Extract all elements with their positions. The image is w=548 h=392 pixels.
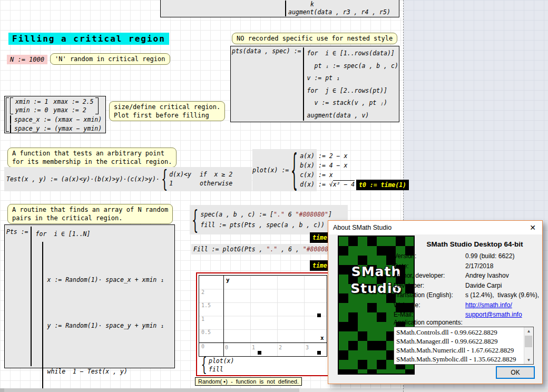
plot-expression: fill	[209, 365, 234, 374]
component-item[interactable]: SMath.Manager.dll - 0.99.6622.8829	[396, 337, 524, 346]
formula-block-test-function[interactable]: Test(x , y) := (a(x)<y)·(b(x)>y)·(c(x)>y…	[4, 167, 252, 191]
logo-camo-square	[367, 303, 377, 312]
y-axis-line	[223, 276, 224, 356]
note-size-region[interactable]: size/define critical region.Plot first b…	[109, 101, 225, 121]
plot-marker	[317, 351, 321, 355]
section-title[interactable]: Filling a critical region	[8, 33, 169, 45]
formula-line: for i ∈ [1..rows(data)]	[307, 47, 398, 60]
logo-camo-square	[339, 246, 348, 256]
y-tick: 0	[201, 344, 204, 349]
formula-cell: ymin := 0	[15, 106, 48, 114]
logo-camo-square	[396, 237, 405, 246]
about-dialog: About SMath Studio ✕ SMath Studio SMath …	[328, 220, 543, 384]
piecewise-brace: {	[161, 168, 168, 191]
note-test-function[interactable]: A function that tests an arbitrary point…	[7, 148, 177, 168]
formula-cell: xmin := 1	[15, 97, 48, 106]
ok-button[interactable]: OK	[496, 366, 535, 379]
component-item[interactable]: SMath.Math.Numeric.dll - 1.67.6622.8829	[396, 346, 524, 355]
components-listbox[interactable]: SMath.Controls.dll - 0.99.6622.8829 SMat…	[394, 327, 534, 365]
program-bracket-bar	[10, 115, 11, 124]
y-axis-label: y	[226, 277, 230, 283]
logo-camo-square	[367, 341, 386, 350]
close-icon[interactable]: ✕	[527, 222, 538, 233]
y-tick: 0.5	[201, 329, 211, 335]
program-bracket-bar	[303, 47, 304, 121]
plot-region[interactable]: y x 2 1.5 1 0.5 0 0 1 2 3 { plot(x) fill	[196, 272, 329, 376]
formula-line: fill := pts(Pts , spec(a , b , c))	[201, 220, 332, 230]
formula-line: c(x) := x	[300, 170, 355, 180]
formula-cond: if x ≥ 2	[200, 170, 232, 179]
plot-marker	[258, 351, 261, 355]
logo-camo-square	[358, 360, 367, 369]
formula-case: d(x)<y	[169, 170, 191, 179]
horizontal-scrollbar[interactable]	[0, 388, 548, 392]
formula-line: d(x) := √x² − 4	[300, 180, 355, 189]
formula-block-region-bounds[interactable]: xmin := 1 xmax := 2.5 ymin := 0 ymax := …	[4, 96, 106, 133]
website-link[interactable]: http://smath.info/	[465, 301, 512, 309]
scroll-up-icon[interactable]: ▲	[524, 327, 533, 335]
formula-block-pts-routine[interactable]: Pts := for i ∈ [1..N] x := Random(1)· sp…	[4, 224, 175, 368]
formula-line: b(x) := 4 − x	[300, 161, 355, 170]
scroll-down-icon[interactable]: ▼	[524, 356, 533, 364]
formula-lhs: Test(x , y) := (a(x)<y)·(b(x)>y)·(c(x)>y…	[6, 175, 160, 183]
info-row: Developer:Davide Carpi	[394, 282, 537, 292]
plot-expression: plot(x)	[209, 357, 234, 365]
logo-camo-square	[339, 322, 358, 331]
logo-camo-square	[367, 369, 377, 375]
scrollbar-thumb[interactable]	[4, 388, 299, 392]
vertical-scrollbar[interactable]: ▲ ▼	[524, 327, 533, 364]
plot-expression-list[interactable]: { plot(x) fill	[200, 357, 234, 374]
error-note-random-undefined[interactable]: Random( ▪) - function is not defined.	[195, 377, 302, 386]
logo-camo-square	[339, 369, 358, 375]
logo-camo-square	[367, 237, 377, 246]
logo-camo-square	[377, 312, 386, 322]
note-routine[interactable]: A routine that finds an array of N rando…	[7, 204, 173, 224]
dialog-title: About SMath Studio	[333, 224, 392, 231]
note-n-random[interactable]: 'N' random in critical region	[50, 53, 170, 65]
formula-block-plot-function[interactable]: plot(x) := { a(x) := 2 − x b(x) := 4 − x…	[252, 149, 317, 191]
x-tick: 0	[225, 345, 228, 350]
formula-line: pt ᵢ := spec(a , b , c)	[307, 60, 398, 73]
formula-lhs: plot(x) :=	[252, 166, 289, 174]
n-definition[interactable]: N := 1000	[7, 55, 47, 64]
plot-axes-area[interactable]: y x 2 1.5 1 0.5 0 0 1 2 3	[199, 275, 327, 357]
program-bracket-bar	[31, 227, 32, 366]
x-tick: 2	[279, 345, 282, 350]
component-item[interactable]: SMath.Controls.dll - 0.99.6622.8829	[396, 328, 524, 337]
program-bracket-bar	[10, 124, 11, 133]
info-row: Date:2/17/2018	[394, 262, 537, 272]
note-nested-style[interactable]: NO recorded specific use for nested styl…	[232, 33, 397, 44]
formula-line: while 1 − Test(x , y)	[47, 364, 176, 379]
dialog-heading: SMath Studio Desktop 64-bit	[413, 240, 537, 248]
formula-line: for i ∈ [1..N]	[36, 227, 176, 242]
formula-line: k	[288, 1, 390, 8]
string-literal: "#808080"	[296, 211, 328, 218]
logo-camo-square	[348, 341, 358, 350]
x-tick: 1	[252, 345, 255, 350]
components-label: Application components:	[394, 319, 463, 326]
scrollbar-thumb[interactable]	[525, 336, 532, 347]
t0-time-badge[interactable]: t0 := time(1)	[356, 180, 409, 190]
formula-block-pts-function[interactable]: pts(data , spec) := for i ∈ [1..rows(dat…	[230, 46, 399, 122]
formula-line: augment(data , r3 , r4 , r5)	[288, 8, 390, 16]
logo-camo-square	[348, 237, 358, 246]
radicand: x² − 4	[333, 180, 355, 188]
formula-line: a(x) := 2 − x	[300, 151, 355, 161]
formula-cond: otherwise	[200, 179, 232, 188]
formula-lhs: Pts :=	[6, 227, 28, 366]
formula-block-spec-fill[interactable]: { spec(a , b , c) := ["." 6 "#808080"] f…	[190, 205, 348, 234]
formula-lhs: pts(data , spec) :=	[232, 47, 301, 121]
info-row: Author, developer:Andrey Ivashov	[394, 272, 537, 282]
dialog-titlebar[interactable]: About SMath Studio ✕	[328, 221, 542, 234]
logo-camo-square	[339, 350, 348, 360]
scrollbar-corner	[0, 388, 4, 392]
logo-camo-square	[377, 246, 396, 256]
y-tick: 1	[201, 316, 204, 322]
logo-camo-square	[405, 369, 415, 375]
email-link[interactable]: support@smath.info	[465, 311, 522, 318]
formula-block-fill-plotg[interactable]: Fill := plotG(Pts , "." , 6 , "#808080")	[191, 244, 341, 254]
formula-cell: xmax := 2.5	[53, 97, 93, 106]
formula-block-augment-partial[interactable]: k augment(data , r3 , r4 , r5)	[160, 0, 399, 17]
system-bracket	[6, 97, 9, 132]
component-item[interactable]: SMath.Math.Symbolic.dll - 1.35.6622.8829	[396, 355, 524, 364]
